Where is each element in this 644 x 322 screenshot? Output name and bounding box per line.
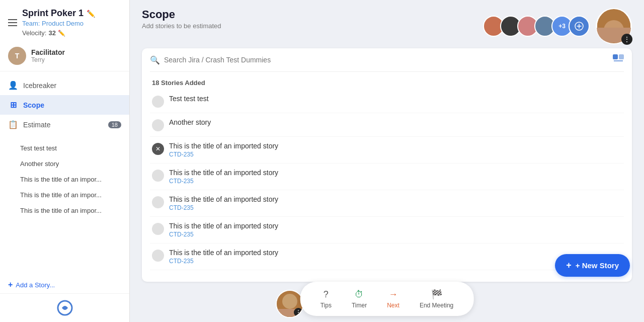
story-remove-icon[interactable] [152,223,164,235]
bottom-user-avatar: ⋮ [276,290,304,318]
plus-icon: + [566,260,572,271]
story-jira-id: CTD-235 [169,178,622,185]
search-input[interactable] [164,56,609,64]
sidebar-title-area: Sprint Poker 1 ✏️ Team: Product Demo Vel… [22,8,121,37]
svg-rect-2 [613,54,618,59]
new-story-label: + New Story [576,261,619,270]
velocity-edit-icon[interactable]: ✏️ [58,30,65,37]
table-row[interactable]: This is the title of an imported story C… [150,217,624,244]
end-meeting-button[interactable]: 🏁 End Meeting [412,286,461,312]
story-title: This is the title of an imported story [169,142,622,150]
app-title: Sprint Poker 1 ✏️ [22,8,121,19]
search-panel: 🔍 18 Stories Added Test test test [142,48,632,282]
story-title: Another story [169,118,622,126]
sidebar-bottom [0,293,129,322]
sidebar-story-list: Test test test Another story This is the… [0,138,129,274]
main-content: Scope Add stories to be estimated +3 [130,0,644,322]
new-story-button[interactable]: + + New Story [555,254,630,277]
list-item[interactable]: Test test test [0,140,129,156]
current-user-avatar: ⋮ [596,8,632,44]
table-row[interactable]: ✕ This is the title of an imported story… [150,137,624,164]
estimate-badge: 18 [108,121,121,128]
search-bar: 🔍 [150,54,624,72]
story-jira-id: CTD-235 [169,231,622,238]
avatar-menu-icon[interactable]: ⋮ [621,34,632,45]
velocity-value: 32 [48,29,55,37]
sidebar-item-scope[interactable]: ⊞ Scope [0,95,129,115]
table-row[interactable]: Another story [150,113,624,137]
story-remove-icon[interactable]: ✕ [152,143,164,155]
story-remove-icon[interactable] [152,250,164,262]
plus-icon: + [8,280,13,289]
add-story-button[interactable]: + Add a Story... [0,274,129,293]
story-text: Another story [169,118,622,126]
sidebar-navigation: 👤 Icebreaker ⊞ Scope 📋 Estimate 18 [0,71,129,138]
bottom-avatar-menu-icon[interactable]: ⋮ [294,308,303,317]
facilitator-role: Terry [31,56,65,63]
add-participant-button[interactable] [569,16,590,37]
story-remove-icon[interactable] [152,196,164,208]
facilitator-avatar: T [8,47,26,65]
facilitator-name: Facilitator [31,48,65,56]
next-label: Next [387,302,399,309]
story-text: This is the title of an imported story C… [169,169,622,185]
story-remove-icon[interactable] [152,96,164,108]
end-meeting-label: End Meeting [420,302,453,309]
sidebar-item-icebreaker[interactable]: 👤 Icebreaker [0,75,129,95]
end-meeting-icon: 🏁 [431,289,442,300]
story-remove-icon[interactable] [152,119,164,131]
story-text: Test test test [169,95,622,103]
stories-count: 18 Stories Added [150,76,624,90]
sidebar-item-estimate[interactable]: 📋 Estimate 18 [0,115,129,134]
list-item[interactable]: This is the title of an impor... [0,203,129,218]
story-title: This is the title of an imported story [169,195,622,203]
avatar-group: +3 [483,16,590,37]
title-edit-icon[interactable]: ✏️ [87,10,95,18]
icebreaker-icon: 👤 [8,80,18,90]
velocity-row: Velocity: 32 ✏️ [22,29,121,37]
story-jira-id: CTD-235 [169,151,622,158]
story-text: This is the title of an imported story C… [169,195,622,211]
page-title: Scope [142,8,221,21]
sidebar: Sprint Poker 1 ✏️ Team: Product Demo Vel… [0,0,130,322]
list-item[interactable]: This is the title of an impor... [0,187,129,203]
next-icon: → [389,289,398,300]
table-row[interactable]: This is the title of an imported story C… [150,164,624,190]
team-label: Team: Product Demo [22,20,121,27]
search-icon: 🔍 [150,55,160,65]
scope-icon: ⊞ [8,100,18,110]
story-text: This is the title of an imported story C… [169,222,622,238]
story-list: Test test test Another story ✕ This is t… [150,90,624,276]
velocity-label: Velocity: [22,29,46,37]
topbar: Scope Add stories to be estimated +3 [130,0,644,48]
story-text: This is the title of an imported story C… [169,249,622,265]
content-area: 🔍 18 Stories Added Test test test [130,48,644,322]
topbar-right: +3 ⋮ [483,8,632,44]
table-row[interactable]: This is the title of an imported story C… [150,190,624,217]
table-row[interactable]: Test test test [150,90,624,113]
facilitator-section: T Facilitator Terry [0,41,129,71]
scope-label: Scope [23,101,44,109]
topbar-left: Scope Add stories to be estimated [142,8,221,30]
filter-icon[interactable] [613,54,624,65]
icebreaker-label: Icebreaker [23,82,56,90]
story-title: This is the title of an imported story [169,249,622,257]
story-remove-icon[interactable] [152,170,164,182]
tips-button[interactable]: ? Tips [312,286,340,312]
page-subtitle: Add stories to be estimated [142,22,221,30]
estimate-label: Estimate [23,121,50,129]
table-row[interactable]: This is the title of an imported story C… [150,244,624,270]
tips-label: Tips [320,302,332,309]
timer-label: Timer [352,302,367,309]
menu-icon[interactable] [8,19,17,26]
estimate-icon: 📋 [8,120,18,129]
next-button[interactable]: → Next [379,286,408,312]
story-jira-id: CTD-235 [169,258,622,265]
story-text: This is the title of an imported story C… [169,142,622,158]
list-item[interactable]: This is the title of an impor... [0,172,129,187]
timer-icon: ⏱ [355,289,364,300]
timer-button[interactable]: ⏱ Timer [344,286,375,312]
story-jira-id: CTD-235 [169,204,622,211]
logo-icon [57,300,73,316]
list-item[interactable]: Another story [0,156,129,172]
